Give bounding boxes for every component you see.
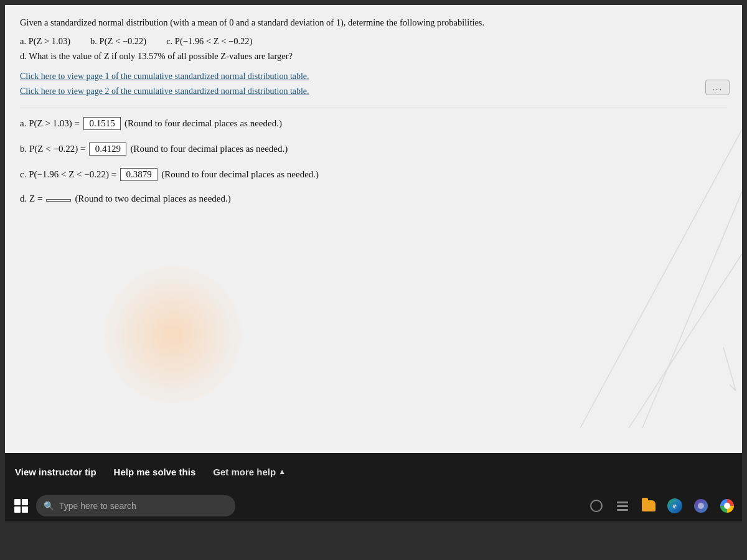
answer-c-box[interactable]: 0.3879 — [120, 168, 157, 181]
main-content: Given a standardized normal distribution… — [5, 5, 742, 453]
part-c-question: c. P(−1.96 < Z < −0.22) — [166, 35, 252, 49]
parts-line: a. P(Z > 1.03) b. P(Z < −0.22) c. P(−1.9… — [20, 35, 727, 63]
answer-b-label: b. P(Z < −0.22) = — [20, 144, 85, 154]
svg-line-4 — [730, 385, 736, 391]
answer-a-note: (Round to four decimal places as needed.… — [125, 118, 282, 129]
help-solve-button[interactable]: Help me solve this — [114, 467, 196, 477]
answer-d-note: (Round to two decimal places as needed.) — [75, 194, 230, 204]
taskbar-system-icons: e — [586, 496, 737, 516]
cortana-icon-shape — [694, 499, 708, 513]
search-placeholder-text: Type here to search — [59, 501, 136, 511]
cortana-search-icon[interactable] — [586, 496, 606, 516]
svg-line-5 — [731, 386, 736, 391]
answer-b-note: (Round to four decimal places as needed.… — [130, 144, 288, 154]
answers-section: a. P(Z > 1.03) = 0.1515 (Round to four d… — [20, 117, 727, 204]
table-link-1[interactable]: Click here to view page 1 of the cumulat… — [20, 69, 727, 84]
search-icon: 🔍 — [44, 501, 54, 511]
more-options-button[interactable]: ... — [705, 80, 730, 95]
answer-d-box[interactable] — [46, 199, 71, 202]
chrome-icon-shape — [720, 499, 734, 513]
get-more-label: Get more help — [213, 467, 276, 477]
answer-a-box[interactable]: 0.1515 — [83, 117, 121, 130]
answer-c-label: c. P(−1.96 < Z < −0.22) = — [20, 169, 116, 180]
answer-c-note: (Round to four decimal places as needed.… — [161, 169, 319, 180]
circle-icon — [590, 500, 603, 512]
table-link-2[interactable]: Click here to view page 2 of the cumulat… — [20, 84, 727, 99]
taskview-icon — [617, 502, 628, 511]
part-d-question: d. What is the value of Z if only 13.57%… — [20, 51, 293, 61]
svg-line-3 — [723, 347, 736, 391]
links-section: Click here to view page 1 of the cumulat… — [20, 69, 727, 99]
file-explorer-icon[interactable] — [639, 496, 659, 516]
part-b-question: b. P(Z < −0.22) — [90, 35, 146, 49]
svg-line-2 — [580, 254, 742, 428]
answer-b-box[interactable]: 0.4129 — [89, 142, 126, 156]
answer-row-c: c. P(−1.96 < Z < −0.22) = 0.3879 (Round … — [20, 168, 727, 181]
glow-decoration — [105, 266, 242, 403]
answer-d-label: d. Z = — [20, 194, 42, 204]
answer-row-d: d. Z = (Round to two decimal places as n… — [20, 194, 727, 204]
view-tip-button[interactable]: View instructor tip — [15, 467, 96, 477]
intro-text: Given a standardized normal distribution… — [20, 16, 727, 30]
edge-icon-shape: e — [667, 498, 682, 513]
cortana-icon[interactable] — [691, 496, 711, 516]
divider-1 — [20, 108, 727, 108]
part-a-question: a. P(Z > 1.03) — [20, 35, 70, 49]
answer-row-a: a. P(Z > 1.03) = 0.1515 (Round to four d… — [20, 117, 727, 130]
taskbar: 🔍 Type here to search e — [5, 490, 742, 521]
answer-a-label: a. P(Z > 1.03) = — [20, 118, 80, 129]
edge-browser-icon[interactable]: e — [665, 496, 685, 516]
svg-line-1 — [642, 192, 742, 428]
arrow-up-icon: ▲ — [278, 467, 286, 476]
get-more-help-button[interactable]: Get more help ▲ — [213, 467, 286, 477]
windows-logo-icon — [14, 499, 28, 513]
taskbar-search[interactable]: 🔍 Type here to search — [36, 495, 235, 516]
task-view-button[interactable] — [613, 496, 632, 516]
chrome-browser-icon[interactable] — [717, 496, 737, 516]
answer-row-b: b. P(Z < −0.22) = 0.4129 (Round to four … — [20, 142, 727, 156]
start-button[interactable] — [10, 495, 32, 517]
bottom-action-bar: View instructor tip Help me solve this G… — [5, 453, 742, 490]
